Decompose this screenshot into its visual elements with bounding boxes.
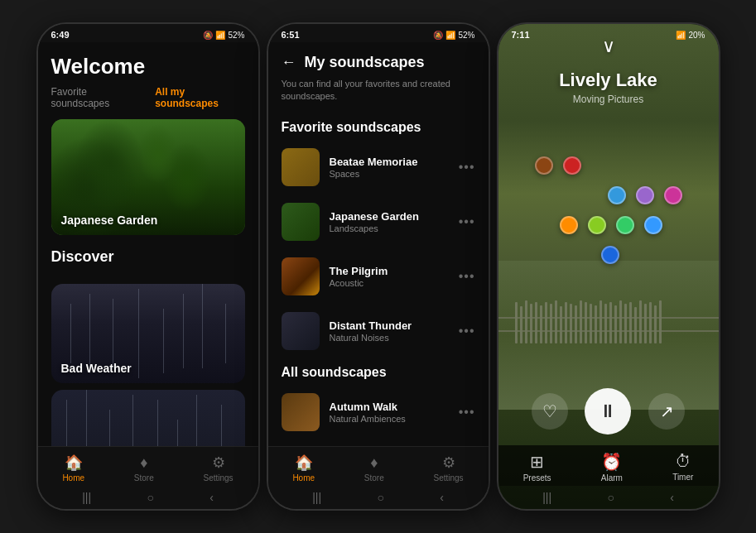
s3-dot-green[interactable] [616, 216, 634, 234]
s3-dot-orange[interactable] [560, 216, 578, 234]
s3-share-button[interactable]: ↗ [648, 393, 685, 430]
fp [644, 304, 647, 343]
s1-screen: Welcome Favorite soundscapes All my soun… [38, 42, 258, 446]
s3-pause-icon: ⏸ [599, 401, 617, 422]
s2-more-3[interactable]: ••• [459, 324, 475, 339]
fp [560, 306, 562, 343]
s1-nav-settings[interactable]: ⚙ Settings [203, 454, 233, 483]
fp [530, 304, 532, 343]
s2-more-1[interactable]: ••• [459, 214, 475, 229]
s2-back-button[interactable]: ← [282, 54, 296, 71]
s3-favorite-button[interactable]: ♡ [532, 393, 568, 430]
s2-fav-1[interactable]: Japanese Garden Landscapes ••• [268, 194, 489, 249]
s1-status-bar: 6:49 🔕 📶 52% [38, 24, 258, 42]
s3-dot-cyan[interactable] [644, 216, 662, 234]
s2-nav-settings[interactable]: ⚙ Settings [433, 454, 463, 483]
s1-silent-icon: 🔕 [203, 31, 213, 40]
s3-dot-blue-dark[interactable] [601, 246, 619, 264]
s1-back-btn[interactable]: ‹ [209, 491, 214, 504]
s3-fence-posts [498, 300, 719, 343]
s1-nav-home-label: Home [62, 473, 84, 483]
s3-track-sub: Moving Pictures [498, 94, 719, 105]
s3-dots-container [498, 156, 719, 289]
s3-timer-icon: ⏱ [675, 452, 691, 471]
s3-dot-brown[interactable] [535, 156, 553, 175]
s3-track-info: Lively Lake Moving Pictures [498, 70, 719, 105]
s1-home-btn[interactable]: ○ [147, 491, 153, 504]
s3-screen: ∨ Lively Lake Moving Pictures [498, 24, 719, 509]
s1-tab-fav[interactable]: Favorite soundscapes [51, 86, 142, 109]
fp [580, 300, 582, 343]
s1-tab-all[interactable]: All my soundscapes [155, 86, 244, 109]
screen1-phone: 6:49 🔕 📶 52% Welcome Favorite soundscape… [36, 22, 260, 511]
s1-settings-icon: ⚙ [212, 454, 225, 472]
s3-dot-row-1 [518, 156, 699, 175]
fp [624, 304, 627, 343]
s2-silent-icon: 🔕 [433, 31, 443, 40]
s2-bottom-nav: 🏠 Home ♦ Store ⚙ Settings [268, 446, 489, 486]
fp [575, 305, 577, 343]
fp [639, 300, 642, 343]
s2-home-btn[interactable]: ○ [377, 491, 383, 504]
s3-tab-timer[interactable]: ⏱ Timer [672, 452, 693, 483]
s2-nav-home-label: Home [292, 473, 315, 483]
s3-bg-content: ∨ Lively Lake Moving Pictures [498, 24, 719, 509]
s1-card-1[interactable] [51, 390, 245, 446]
s3-recents-btn[interactable]: ||| [542, 491, 551, 504]
s1-tabs-row: Favorite soundscapes All my soundscapes [51, 86, 245, 109]
s2-item-info-1: Japanese Garden Landscapes [330, 210, 449, 233]
s3-tab-presets[interactable]: ⊞ Presets [523, 452, 551, 483]
s3-tabs-row: ⊞ Presets ⏰ Alarm ⏱ Timer [498, 445, 719, 486]
s2-item-name-2: The Pilgrim [330, 265, 449, 277]
s2-item-cat-0: Spaces [330, 169, 449, 179]
s2-screen: ← My soundscapes You can find all your f… [268, 42, 489, 446]
s3-dot-pink[interactable] [664, 186, 682, 204]
s2-item-name-all-0: Autumn Walk [330, 401, 449, 413]
fp [595, 305, 597, 343]
s2-thumb-3 [282, 312, 320, 350]
s3-tab-alarm[interactable]: ⏰ Alarm [601, 452, 623, 483]
fp [619, 300, 622, 343]
rain-lines-2 [51, 390, 245, 446]
s2-fav-0[interactable]: Beatae Memoriae Spaces ••• [268, 140, 489, 194]
s2-nav-store-label: Store [364, 473, 384, 483]
s2-fav-3[interactable]: Distant Thunder Natural Noises ••• [268, 304, 489, 358]
s2-recents-btn[interactable]: ||| [312, 491, 321, 504]
fp [659, 300, 662, 343]
s2-nav-home[interactable]: 🏠 Home [292, 454, 315, 483]
s2-item-cat-3: Natural Noises [330, 333, 449, 343]
fp [600, 300, 602, 343]
s2-time: 6:51 [282, 30, 300, 40]
s2-thumb-all-0 [282, 393, 320, 431]
s2-fav-section: Favorite soundscapes [268, 113, 489, 140]
s3-alarm-label: Alarm [601, 473, 623, 483]
s2-header: ← My soundscapes [268, 42, 489, 78]
s3-dot-blue-light[interactable] [608, 186, 626, 204]
s3-dot-red[interactable] [563, 156, 581, 175]
s1-card-1-bg [51, 390, 245, 446]
s2-more-all-0[interactable]: ••• [459, 405, 475, 420]
s3-dot-purple[interactable] [636, 186, 654, 204]
screen3-phone: 7:11 📶 20% [497, 22, 720, 511]
s2-fav-2[interactable]: The Pilgrim Acoustic ••• [268, 249, 489, 304]
s2-nav-store[interactable]: ♦ Store [364, 454, 384, 483]
s1-nav-home[interactable]: 🏠 Home [62, 454, 84, 483]
s3-back-btn[interactable]: ‹ [670, 491, 674, 504]
s1-hero-card[interactable]: Japanese Garden [51, 119, 245, 235]
s3-play-pause-button[interactable]: ⏸ [585, 388, 631, 435]
s1-nav-store[interactable]: ♦ Store [134, 454, 154, 483]
s2-all-1[interactable]: Gregorian Voices Vocal ••• [268, 439, 489, 446]
s2-all-section: All soundscapes [268, 358, 489, 385]
s2-all-0[interactable]: Autumn Walk Natural Ambiences ••• [268, 385, 489, 439]
s3-home-btn[interactable]: ○ [607, 491, 614, 504]
s3-dot-lime[interactable] [588, 216, 606, 234]
s1-android-nav: ||| ○ ‹ [38, 486, 258, 509]
s1-recents-btn[interactable]: ||| [82, 491, 91, 504]
s3-fence [498, 294, 719, 343]
s1-wifi-icon: 📶 [215, 31, 225, 40]
s2-more-0[interactable]: ••• [459, 160, 475, 175]
s1-card-0[interactable]: Bad Weather [51, 284, 245, 383]
s2-back-btn[interactable]: ‹ [440, 491, 444, 504]
s2-more-2[interactable]: ••• [459, 269, 475, 284]
s2-subtitle: You can find all your favorites and crea… [268, 78, 489, 113]
